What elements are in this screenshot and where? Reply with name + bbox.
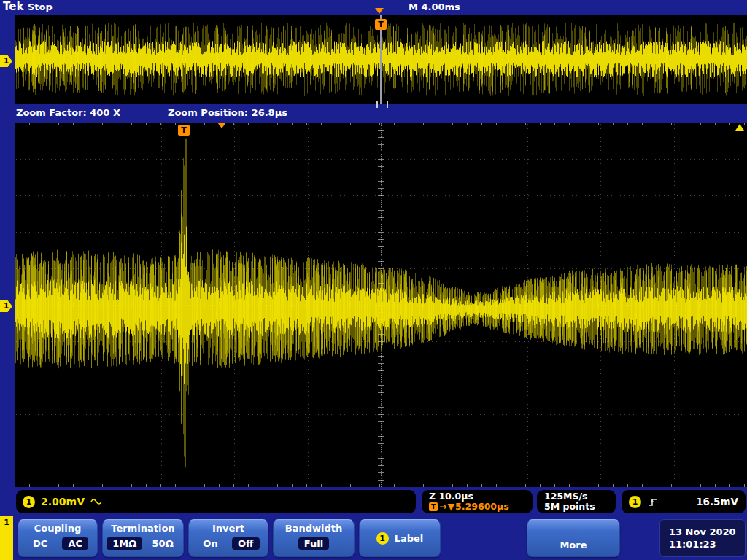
rising-edge-slope-icon	[647, 497, 658, 508]
invert-title: Invert	[189, 523, 268, 534]
zoom-waveform-panel: T	[15, 122, 747, 487]
oscilloscope-screen: Tek Stop M 4.00ms T 1 Zoom Factor: 400 X…	[0, 0, 747, 560]
tek-logo: Tek	[3, 0, 23, 13]
trigger-t-icon-zoom: T	[178, 125, 190, 136]
sample-rate-value: 125MS/s	[544, 491, 616, 502]
zoom-factor-readout: Zoom Factor: 400 X	[16, 107, 120, 118]
termination-option-1mohm[interactable]: 1MΩ	[107, 537, 142, 550]
trigger-position-value: 5.29600µs	[455, 502, 509, 512]
trigger-position-icon	[375, 8, 384, 14]
trigger-marker-icon: ▼	[447, 502, 454, 512]
termination-option-50ohm[interactable]: 50Ω	[147, 537, 179, 550]
trigger-position-row: T → ▼ 5.29600µs	[429, 502, 533, 512]
time-value: 11:01:23	[669, 538, 745, 551]
acquisition-readout-box: 125MS/s 5M points	[537, 490, 616, 513]
label-channel-badge: 1	[376, 532, 389, 545]
label-button[interactable]: 1 Label	[359, 519, 441, 557]
trigger-level-offscreen-icon	[735, 124, 744, 131]
trigger-t-icon: T	[375, 19, 387, 30]
bandwidth-button[interactable]: Bandwidth Full	[273, 519, 355, 557]
ac-coupling-icon	[90, 497, 102, 506]
channel-scale-readout-box: 1 2.00mV	[16, 490, 416, 513]
trigger-level-value: 16.5mV	[696, 496, 738, 508]
zoom-waveform-canvas	[15, 122, 747, 487]
more-button[interactable]: More	[527, 519, 620, 557]
zoom-timebase-readout-box: Z 10.0µs T → ▼ 5.29600µs	[422, 490, 533, 513]
channel-scale-value: 2.00mV	[41, 496, 85, 508]
zoom-timebase-value: Z 10.0µs	[429, 491, 533, 502]
zoom-window-brackets-icon[interactable]	[376, 101, 388, 108]
trigger-readout-box: 1 16.5mV	[622, 490, 746, 513]
trigger-t-mini-icon: T	[429, 502, 438, 511]
label-title: Label	[395, 533, 424, 544]
invert-option-off[interactable]: Off	[232, 537, 260, 550]
more-title: More	[560, 540, 587, 551]
termination-button[interactable]: Termination 1MΩ 50Ω	[102, 519, 184, 557]
channel-1-marker-overview[interactable]: 1	[0, 55, 12, 67]
coupling-option-dc[interactable]: DC	[27, 537, 53, 550]
bandwidth-value[interactable]: Full	[298, 537, 329, 550]
termination-title: Termination	[103, 523, 183, 534]
acquisition-status: Stop	[28, 1, 53, 12]
coupling-title: Coupling	[18, 523, 97, 534]
bandwidth-title: Bandwidth	[274, 523, 354, 534]
trigger-arrow-icon: →	[439, 502, 446, 512]
zoom-position-marker-icon	[217, 122, 226, 128]
trigger-source-badge: 1	[629, 496, 641, 508]
datetime-box: 13 Nov 2020 11:01:23	[659, 519, 746, 557]
invert-option-on[interactable]: On	[197, 537, 223, 550]
main-timebase-readout: M 4.00ms	[409, 1, 460, 12]
top-bar: Tek Stop M 4.00ms	[0, 0, 747, 13]
channel-1-menu-tab[interactable]: 1	[0, 516, 13, 560]
invert-button[interactable]: Invert On Off	[188, 519, 268, 557]
coupling-option-ac[interactable]: AC	[62, 537, 88, 550]
date-value: 13 Nov 2020	[669, 526, 745, 538]
record-length-value: 5M points	[544, 502, 616, 512]
channel-1-badge: 1	[23, 496, 35, 508]
channel-1-marker-zoom[interactable]: 1	[0, 300, 12, 312]
coupling-button[interactable]: Coupling DC AC	[18, 519, 98, 557]
zoom-position-readout: Zoom Position: 26.8µs	[168, 107, 287, 118]
overview-waveform-panel: T	[15, 15, 747, 104]
